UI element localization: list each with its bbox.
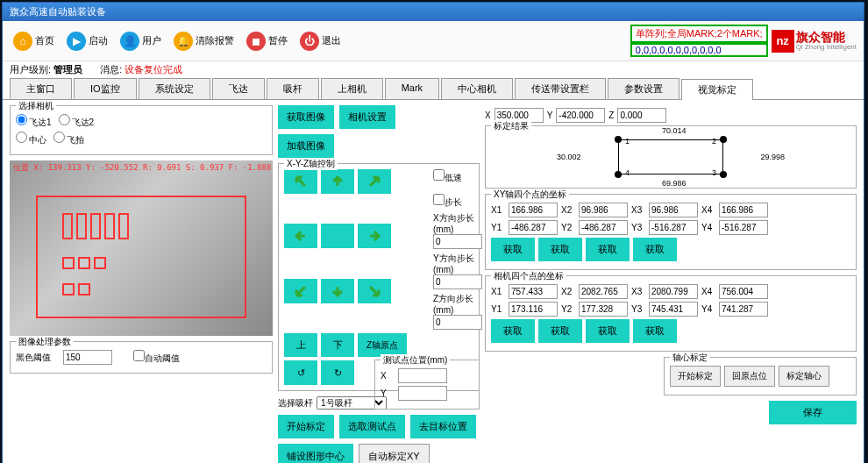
auto-thresh-check[interactable]: 自动阈值	[133, 350, 180, 365]
tb-exit[interactable]: ⏻退出	[296, 30, 345, 53]
tab-topcam[interactable]: 上相机	[321, 78, 383, 99]
tb-start[interactable]: ▶启动	[63, 30, 111, 53]
btn-z-origin[interactable]: Z轴原点	[358, 333, 407, 357]
arrow-e[interactable]	[358, 224, 391, 248]
cam-get2[interactable]: 获取	[538, 319, 582, 343]
tab-mark[interactable]: Mark	[385, 78, 439, 99]
arrow-se[interactable]	[358, 279, 391, 303]
xy-x2[interactable]	[579, 203, 628, 217]
xy-get4[interactable]: 获取	[633, 238, 677, 261]
arrow-s[interactable]	[321, 279, 354, 303]
tab-vision[interactable]: 视觉标定	[681, 79, 753, 100]
xy-x4[interactable]	[719, 203, 768, 217]
chk-lowspeed[interactable]: 低速	[433, 173, 462, 182]
btn-rot-ccw[interactable]: ↺	[284, 360, 317, 385]
tab-nozzle[interactable]: 吸杆	[267, 78, 319, 99]
tab-io[interactable]: IO监控	[74, 78, 137, 99]
power-icon: ⏻	[300, 32, 319, 51]
tab-strip: 主窗口 IO监控 系统设定 飞达 吸杆 上相机 Mark 中心相机 传送带设置栏…	[3, 78, 864, 100]
tab-main[interactable]: 主窗口	[10, 78, 72, 99]
banner-nums: 0,0,0,0,0,0,0,0,0,0,0	[630, 43, 768, 57]
btn-cc-start[interactable]: 开始标定	[670, 366, 721, 387]
logo-icon: nz	[772, 30, 794, 53]
ystep-input[interactable]	[433, 274, 482, 289]
xy-x3[interactable]	[649, 203, 698, 217]
user-icon: 👤	[120, 32, 139, 51]
radio-feeder1[interactable]: 飞达1	[16, 114, 52, 129]
camera-view: 位置 X: 139.313 Y: -520.552 R: 0.691 S: 0.…	[10, 160, 273, 336]
camera-select-group: 选择相机 飞达1 飞达2 中心 飞拍	[10, 105, 273, 155]
cam-y2[interactable]	[579, 302, 628, 317]
sub-bar: 用户级别: 管理员 消息: 设备复位完成	[3, 61, 864, 78]
xy-get2[interactable]: 获取	[538, 238, 582, 261]
cam-points-group: 相机四个点的坐标 X1 X2 X3 X4 Y1 Y2 Y3 Y4 获取 获取 获…	[485, 275, 857, 352]
cam-y4[interactable]	[719, 302, 768, 317]
arrow-nw[interactable]	[284, 169, 317, 194]
xy-y1[interactable]	[509, 220, 558, 235]
cam-y3[interactable]	[649, 302, 698, 317]
btn-z-down[interactable]: 下	[321, 333, 354, 357]
radio-center[interactable]: 中心	[16, 132, 46, 146]
arrow-w[interactable]	[284, 224, 317, 248]
xy-get1[interactable]: 获取	[491, 238, 535, 261]
testpt-x[interactable]	[398, 368, 447, 383]
tab-sys[interactable]: 系统设定	[139, 78, 210, 99]
play-icon: ▶	[67, 32, 86, 51]
radio-fly[interactable]: 飞拍	[53, 132, 84, 146]
cam-get3[interactable]: 获取	[586, 319, 630, 343]
xy-y2[interactable]	[579, 220, 628, 235]
test-point-group: 测试点位置(mm) X Y	[374, 360, 480, 410]
btn-picktest[interactable]: 选取测试点	[339, 415, 405, 438]
btn-cc-calib[interactable]: 标定轴心	[779, 366, 829, 387]
arrow-ne[interactable]	[358, 169, 391, 194]
btn-getimg[interactable]: 获取图像	[278, 105, 334, 129]
xy-x1[interactable]	[509, 203, 558, 217]
calib-diagram: 70.014 30.002 29.998 69.986 1 2 3 4	[583, 135, 758, 179]
home-icon: ⌂	[13, 32, 32, 51]
tab-belt[interactable]: 传送带设置栏	[515, 78, 606, 99]
btn-rot-cw[interactable]: ↻	[321, 360, 354, 385]
thresh-label: 黑色阈值	[16, 352, 51, 364]
xy-points-group: XY轴四个点的坐标 X1 X2 X3 X4 Y1 Y2 Y3 Y4 获取 获取 …	[485, 194, 857, 270]
tab-feeder[interactable]: 飞达	[212, 78, 265, 99]
coord-y[interactable]	[556, 108, 605, 123]
cam-x2[interactable]	[579, 284, 628, 299]
calib-result-group: 标定结果 70.014 30.002 29.998 69.986 1 2 3 4	[485, 125, 857, 189]
tab-param[interactable]: 参数设置	[608, 78, 679, 99]
btn-loadimg[interactable]: 加载图像	[278, 134, 334, 158]
xy-y4[interactable]	[719, 220, 768, 235]
btn-z-up[interactable]: 上	[284, 333, 317, 357]
thresh-input[interactable]	[63, 350, 112, 365]
btn-setcenter[interactable]: 铺设图形中心	[278, 444, 353, 463]
btn-camset[interactable]: 相机设置	[339, 105, 395, 129]
cam-x4[interactable]	[719, 284, 768, 299]
xstep-input[interactable]	[433, 234, 482, 249]
cam-x3[interactable]	[649, 284, 698, 299]
radio-feeder2[interactable]: 飞达2	[59, 114, 95, 129]
btn-startcalib[interactable]: 开始标定	[278, 415, 334, 438]
stop-icon: ◼	[246, 32, 266, 51]
tb-home[interactable]: ⌂首页	[10, 30, 58, 53]
cam-y1[interactable]	[509, 302, 558, 317]
btn-autocalib[interactable]: 自动标定XY	[359, 444, 430, 463]
btn-save[interactable]: 保存	[769, 401, 857, 424]
arrow-n[interactable]	[321, 169, 354, 194]
cam-x1[interactable]	[509, 284, 558, 299]
btn-gotarget[interactable]: 去目标位置	[410, 415, 476, 438]
xy-get3[interactable]: 获取	[586, 238, 630, 261]
arrow-c[interactable]	[321, 224, 354, 248]
tab-centercam[interactable]: 中心相机	[441, 78, 513, 99]
chk-step[interactable]: 步长	[433, 197, 462, 207]
zstep-input[interactable]	[433, 315, 482, 330]
center-calib-group: 轴心标定 开始标定 回原点位 标定轴心	[664, 357, 857, 395]
tb-alarm[interactable]: 🔔清除报警	[170, 30, 238, 53]
cam-get1[interactable]: 获取	[491, 319, 535, 343]
testpt-y[interactable]	[398, 386, 447, 401]
tb-pause[interactable]: ◼暂停	[243, 30, 291, 53]
cam-get4[interactable]: 获取	[633, 319, 677, 343]
btn-cc-origin[interactable]: 回原点位	[724, 366, 775, 387]
tb-user[interactable]: 👤用户	[117, 30, 165, 53]
xy-y3[interactable]	[649, 220, 698, 235]
arrow-sw[interactable]	[284, 279, 317, 303]
coord-z[interactable]	[617, 108, 666, 123]
